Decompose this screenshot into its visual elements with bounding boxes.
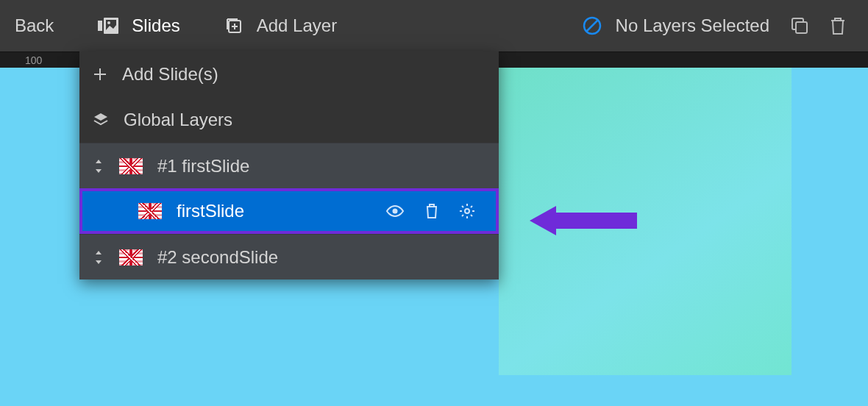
settings-icon[interactable] — [459, 203, 475, 219]
slide-row-2[interactable]: #2 secondSlide — [79, 234, 499, 279]
slide-row-selected[interactable]: firstSlide — [79, 188, 499, 234]
top-toolbar: Back Slides Add Layer No Layers Selected — [0, 0, 868, 51]
slide-row-1[interactable]: #1 firstSlide — [79, 143, 499, 188]
global-layers-label: Global Layers — [124, 110, 232, 130]
flag-icon — [138, 203, 162, 219]
add-layer-button[interactable]: Add Layer — [224, 15, 337, 36]
svg-rect-0 — [98, 21, 102, 31]
no-layers-indicator: No Layers Selected — [582, 15, 769, 36]
toolbar-left-group: Back Slides Add Layer — [15, 15, 337, 36]
slides-dropdown: Add Slide(s) Global Layers #1 firstSlide… — [79, 51, 499, 279]
slide-row-selected-label: firstSlide — [177, 201, 244, 221]
arrow-body — [556, 213, 637, 229]
layers-icon — [93, 112, 109, 128]
plus-icon — [93, 67, 107, 82]
back-button[interactable]: Back — [15, 15, 54, 36]
svg-line-6 — [586, 20, 598, 32]
slides-icon — [98, 18, 118, 34]
slide-row-1-label: #1 firstSlide — [157, 156, 249, 177]
delete-button[interactable] — [830, 16, 846, 35]
add-layer-label: Add Layer — [257, 15, 337, 36]
slides-label: Slides — [132, 15, 179, 36]
add-layer-icon — [224, 16, 243, 35]
arrow-head-icon — [530, 206, 556, 235]
visibility-icon[interactable] — [385, 204, 405, 218]
delete-slide-icon[interactable] — [425, 203, 438, 219]
ruler-tick-100: 100 — [25, 54, 42, 66]
svg-rect-8 — [796, 22, 807, 33]
annotation-arrow — [530, 206, 637, 235]
copy-button[interactable] — [790, 16, 809, 35]
reorder-icon[interactable] — [93, 249, 104, 266]
no-layers-label: No Layers Selected — [616, 15, 769, 36]
no-layers-icon — [582, 15, 602, 36]
toolbar-right-group: No Layers Selected — [582, 15, 846, 36]
add-slides-label: Add Slide(s) — [122, 64, 218, 85]
svg-point-10 — [465, 209, 469, 213]
slides-dropdown-button[interactable]: Slides — [98, 15, 179, 36]
add-slides-item[interactable]: Add Slide(s) — [79, 51, 499, 97]
flag-icon — [119, 158, 143, 174]
slide-row-2-label: #2 secondSlide — [157, 247, 278, 268]
svg-point-3 — [107, 21, 110, 24]
slide-actions — [385, 203, 475, 219]
reorder-icon[interactable] — [93, 158, 104, 174]
svg-point-9 — [393, 209, 398, 214]
flag-icon — [119, 249, 143, 266]
back-label: Back — [15, 15, 54, 36]
global-layers-item[interactable]: Global Layers — [79, 97, 499, 143]
